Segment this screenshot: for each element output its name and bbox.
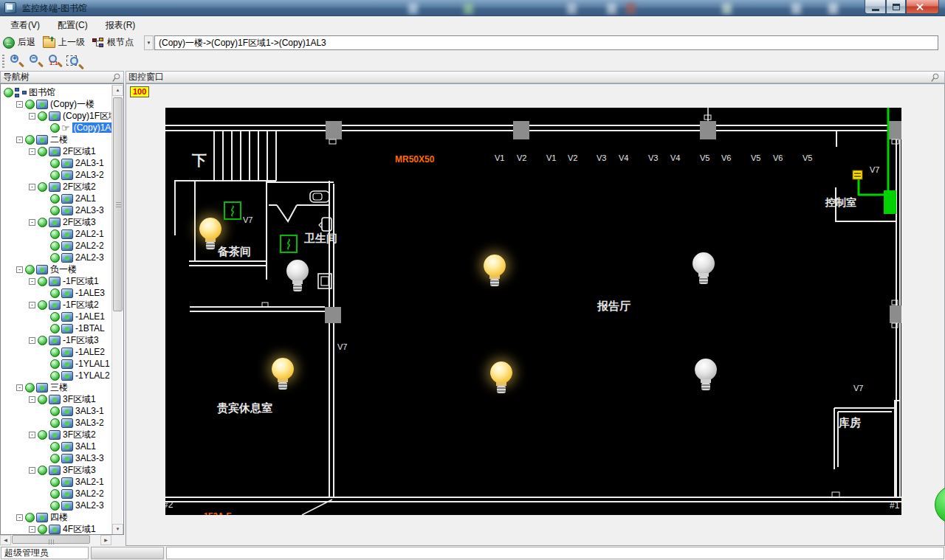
expander-icon[interactable]: - xyxy=(29,337,35,344)
tree-node--1BTAL[interactable]: -1BTAL xyxy=(1,322,112,334)
tree-node-3AL3-2[interactable]: 3AL3-2 xyxy=(1,417,112,429)
tree-horizontal-scrollbar[interactable]: ◀ ▶ xyxy=(0,535,111,545)
map-node-icon xyxy=(61,241,73,251)
sensor-icon[interactable] xyxy=(280,235,298,253)
map-label-下: 下 xyxy=(192,151,207,170)
tree-node-四楼[interactable]: -四楼 xyxy=(1,511,112,523)
tree-node--1F区域2[interactable]: --1F区域2 xyxy=(1,299,112,311)
light-bulb-on[interactable] xyxy=(489,362,514,400)
tree-node-3F区域2[interactable]: -3F区域2 xyxy=(1,429,112,440)
pin-icon[interactable] xyxy=(111,73,121,83)
minimize-button[interactable] xyxy=(865,0,886,14)
tree-node-2F区域3[interactable]: -2F区域3 xyxy=(1,216,112,228)
tree-node-3AL2-2[interactable]: 3AL2-2 xyxy=(1,488,112,499)
expander-icon[interactable]: - xyxy=(29,467,35,474)
zoom-in-button[interactable]: + xyxy=(8,53,26,69)
tree-node-2AL2-1[interactable]: 2AL2-1 xyxy=(1,228,112,240)
tree-node-2AL1[interactable]: 2AL1 xyxy=(1,193,112,204)
address-dropdown-button[interactable]: ▼ xyxy=(144,35,154,50)
map-node-icon xyxy=(49,336,61,345)
expander-icon[interactable]: - xyxy=(29,113,35,120)
scroll-down-arrow[interactable]: ▼ xyxy=(112,524,123,535)
expander-icon[interactable]: - xyxy=(29,278,35,285)
scroll-left-arrow[interactable]: ◀ xyxy=(0,535,11,545)
tree-node--1YLAL2[interactable]: -1YLAL2 xyxy=(1,370,112,381)
close-button[interactable] xyxy=(906,0,939,14)
root-node-label: 根节点 xyxy=(107,36,134,49)
title-bar[interactable]: 监控终端-图书馆 xyxy=(0,0,945,16)
light-bulb-on[interactable] xyxy=(482,255,507,293)
tree-node--1YLAL1[interactable]: -1YLAL1 xyxy=(1,358,112,370)
zoom-region-button[interactable] xyxy=(66,53,83,69)
tree-node-3AL3-3[interactable]: 3AL3-3 xyxy=(1,452,112,464)
back-button[interactable]: ← 后退 xyxy=(0,35,40,50)
tree-node-3AL3-1[interactable]: 3AL3-1 xyxy=(1,405,112,417)
address-bar[interactable]: (Copy)一楼->(Copy)1F区域1->(Copy)1AL3 xyxy=(154,35,938,50)
menu-item-1[interactable]: 配置(C) xyxy=(50,18,95,33)
expander-icon[interactable]: - xyxy=(29,302,35,308)
tree-node-2F区域1[interactable]: -2F区域1 xyxy=(1,145,112,157)
expander-icon[interactable]: - xyxy=(16,384,23,391)
tree-node--1F区域1[interactable]: --1F区域1 xyxy=(1,275,112,287)
green-status-sphere-icon xyxy=(38,182,47,192)
scroll-up-arrow[interactable]: ▲ xyxy=(112,85,123,96)
tree-node-(Copy)一楼[interactable]: -(Copy)一楼 xyxy=(1,98,112,110)
tree-node-图书馆[interactable]: 图书馆 xyxy=(1,86,112,98)
tree-node-2AL3-2[interactable]: 2AL3-2 xyxy=(1,169,112,181)
expander-icon[interactable]: - xyxy=(16,514,23,521)
menu-item-0[interactable]: 查看(V) xyxy=(3,18,47,33)
green-status-sphere-icon xyxy=(50,288,60,298)
tree-vertical-scrollbar[interactable]: ▲ ▼ xyxy=(111,85,123,535)
floor-plan-canvas[interactable]: 下MR50X50V1V2V1V2V3V4V3V4V5V6V5V6V5V7控制室V… xyxy=(165,108,901,515)
expander-icon[interactable]: - xyxy=(16,136,23,143)
tree-node-(Copy)1AL3[interactable]: ☞(Copy)1AL3 xyxy=(1,122,112,134)
tree-node-二楼[interactable]: -二楼 xyxy=(1,134,112,145)
light-bulb-off[interactable] xyxy=(691,252,716,291)
tree-node-三楼[interactable]: -三楼 xyxy=(1,381,112,393)
tree-node-3AL2-3[interactable]: 3AL2-3 xyxy=(1,499,112,511)
maximize-button[interactable] xyxy=(886,0,906,14)
tree-node-3AL2-1[interactable]: 3AL2-1 xyxy=(1,476,112,488)
tree-node--1ALE2[interactable]: -1ALE2 xyxy=(1,346,112,358)
tree-node-2AL3-3[interactable]: 2AL3-3 xyxy=(1,204,112,216)
expander-icon[interactable]: - xyxy=(16,101,23,108)
up-level-button[interactable]: 上一级 xyxy=(40,35,89,50)
tree-node-2AL2-2[interactable]: 2AL2-2 xyxy=(1,240,112,252)
toolbar-grip[interactable] xyxy=(2,55,4,68)
light-bulb-on[interactable] xyxy=(270,358,295,396)
tree-node--1ALE3[interactable]: -1ALE3 xyxy=(1,287,112,299)
light-bulb-on[interactable] xyxy=(198,218,223,256)
zoom-toolbar: + − 1:1 xyxy=(0,52,945,71)
expander-icon[interactable]: - xyxy=(29,396,35,403)
expander-icon[interactable]: - xyxy=(29,184,35,190)
tree-node-负一楼[interactable]: -负一楼 xyxy=(1,263,112,275)
zoom-actual-button[interactable]: 1:1 xyxy=(47,53,64,69)
expander-icon[interactable]: - xyxy=(29,148,35,155)
expander-icon[interactable]: - xyxy=(29,526,35,533)
tree-node-2F区域2[interactable]: -2F区域2 xyxy=(1,181,112,193)
tree-node-3F区域3[interactable]: -3F区域3 xyxy=(1,464,112,476)
scroll-right-arrow[interactable]: ▶ xyxy=(100,535,111,545)
zoom-out-button[interactable]: − xyxy=(27,53,45,69)
titlebar-glare xyxy=(791,3,801,14)
tree-node-(Copy)1F区域1[interactable]: -(Copy)1F区域1 xyxy=(1,110,112,122)
scrollbar-thumb[interactable] xyxy=(113,97,123,311)
tree-node-2AL3-1[interactable]: 2AL3-1 xyxy=(1,157,112,169)
root-node-button[interactable]: 根节点 xyxy=(89,35,138,50)
tree-node--1F区域3[interactable]: --1F区域3 xyxy=(1,334,112,346)
sensor-icon[interactable] xyxy=(224,201,241,220)
pin-icon[interactable] xyxy=(930,73,940,83)
expander-icon[interactable]: - xyxy=(29,219,35,226)
tree-node-4F区域1[interactable]: -4F区域1 xyxy=(1,523,112,535)
menu-item-2[interactable]: 报表(R) xyxy=(98,18,143,33)
tree-node--1ALE1[interactable]: -1ALE1 xyxy=(1,311,112,322)
expander-icon[interactable]: - xyxy=(29,432,35,438)
tree-node-2AL2-3[interactable]: 2AL2-3 xyxy=(1,252,112,263)
light-bulb-off[interactable] xyxy=(693,359,718,397)
light-bulb-off[interactable] xyxy=(285,260,310,298)
titlebar-glare xyxy=(408,3,418,14)
expander-icon[interactable]: - xyxy=(16,266,23,273)
tree-node-3F区域1[interactable]: -3F区域1 xyxy=(1,393,112,405)
tree-node-3AL1[interactable]: 3AL1 xyxy=(1,440,112,452)
scrollbar-thumb[interactable] xyxy=(12,535,90,544)
